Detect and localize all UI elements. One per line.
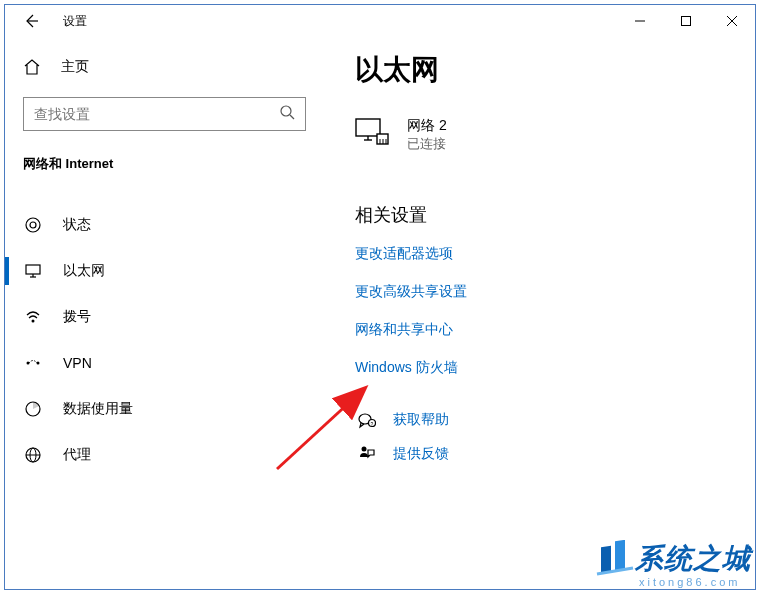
sidebar-item-vpn[interactable]: VPN <box>23 343 307 383</box>
network-status: 已连接 <box>407 135 447 153</box>
nav-label: 状态 <box>63 216 91 234</box>
body-area: 主页 网络和 Internet 状态 以太网 <box>5 37 755 589</box>
status-icon <box>23 216 43 234</box>
vpn-icon <box>23 354 43 372</box>
minimize-button[interactable] <box>617 5 663 37</box>
sidebar: 主页 网络和 Internet 状态 以太网 <box>5 47 325 589</box>
sidebar-item-home[interactable]: 主页 <box>23 47 307 87</box>
nav-label: 以太网 <box>63 262 105 280</box>
search-input[interactable] <box>34 106 279 122</box>
data-usage-icon <box>23 400 43 418</box>
watermark-logo-icon <box>595 540 635 578</box>
svg-text:?: ? <box>371 421 374 427</box>
close-icon <box>726 15 738 27</box>
nav-label: VPN <box>63 355 92 371</box>
link-windows-firewall[interactable]: Windows 防火墙 <box>355 359 735 377</box>
svg-rect-9 <box>26 265 40 274</box>
svg-point-8 <box>30 222 36 228</box>
help-label: 获取帮助 <box>393 411 449 429</box>
related-settings-title: 相关设置 <box>355 203 735 227</box>
feedback-label: 提供反馈 <box>393 445 449 463</box>
svg-line-6 <box>290 115 294 119</box>
settings-window: 设置 主页 网络和 Internet <box>4 4 756 590</box>
sidebar-item-proxy[interactable]: 代理 <box>23 435 307 475</box>
link-advanced-sharing[interactable]: 更改高级共享设置 <box>355 283 735 301</box>
page-title: 以太网 <box>355 51 735 89</box>
svg-point-12 <box>32 320 35 323</box>
feedback-row[interactable]: 提供反馈 <box>355 445 735 463</box>
search-icon <box>279 104 295 124</box>
svg-point-29 <box>362 447 367 452</box>
window-controls <box>617 5 755 37</box>
nav-label: 数据使用量 <box>63 400 133 418</box>
search-input-container[interactable] <box>23 97 306 131</box>
sidebar-item-ethernet[interactable]: 以太网 <box>23 251 307 291</box>
link-network-sharing-center[interactable]: 网络和共享中心 <box>355 321 735 339</box>
watermark: 系统之城 xitong86.com <box>595 540 751 588</box>
link-adapter-options[interactable]: 更改适配器选项 <box>355 245 735 263</box>
feedback-icon <box>355 445 379 463</box>
home-label: 主页 <box>61 58 89 76</box>
window-title: 设置 <box>63 13 87 30</box>
help-row[interactable]: ? 获取帮助 <box>355 411 735 429</box>
svg-rect-33 <box>615 540 625 571</box>
nav-label: 代理 <box>63 446 91 464</box>
titlebar: 设置 <box>5 5 755 37</box>
main-content: 以太网 网络 2 已连接 相关设置 更改适配器选项 更改高级共享设置 网络和共享… <box>325 47 755 589</box>
sidebar-group-header: 网络和 Internet <box>23 155 307 173</box>
maximize-icon <box>680 15 692 27</box>
maximize-button[interactable] <box>663 5 709 37</box>
sidebar-item-data-usage[interactable]: 数据使用量 <box>23 389 307 429</box>
watermark-url: xitong86.com <box>639 576 751 588</box>
network-status-row[interactable]: 网络 2 已连接 <box>355 117 735 153</box>
nav-label: 拨号 <box>63 308 91 326</box>
svg-rect-32 <box>601 546 611 573</box>
sidebar-item-status[interactable]: 状态 <box>23 205 307 245</box>
svg-point-7 <box>26 218 40 232</box>
home-icon <box>23 58 41 76</box>
back-button[interactable] <box>13 5 49 37</box>
minimize-icon <box>634 15 646 27</box>
sidebar-item-dialup[interactable]: 拨号 <box>23 297 307 337</box>
svg-rect-2 <box>682 17 691 26</box>
dialup-icon <box>23 308 43 326</box>
svg-point-5 <box>281 106 291 116</box>
back-arrow-icon <box>23 13 39 29</box>
watermark-text: 系统之城 <box>635 540 751 578</box>
proxy-icon <box>23 446 43 464</box>
close-button[interactable] <box>709 5 755 37</box>
ethernet-icon <box>23 262 43 280</box>
network-monitor-icon <box>355 118 389 152</box>
network-name: 网络 2 <box>407 117 447 135</box>
help-icon: ? <box>355 411 379 429</box>
